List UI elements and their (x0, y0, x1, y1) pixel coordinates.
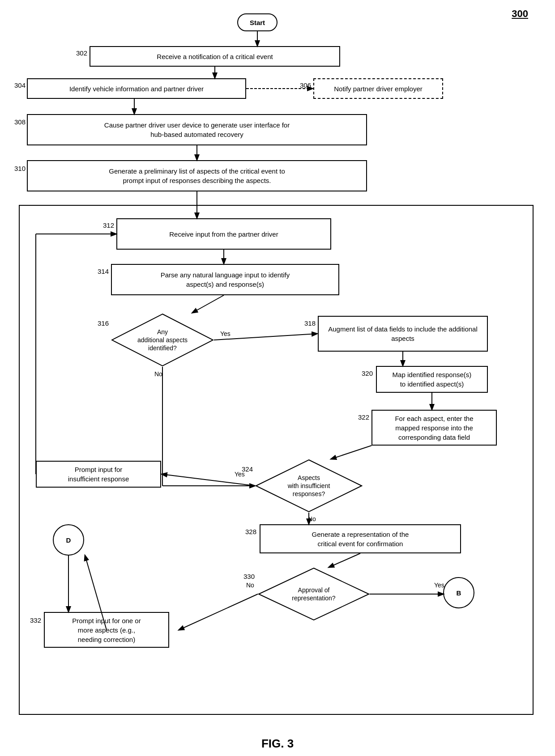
label-316: 316 (98, 319, 109, 327)
node-304: Identify vehicle information and partner… (27, 78, 246, 99)
label-yes-324: Yes (235, 471, 245, 478)
label-310: 310 (14, 165, 26, 172)
label-318: 318 (304, 319, 316, 327)
diagram-number: 300 (512, 8, 528, 20)
label-302: 302 (76, 49, 87, 57)
label-no-330: No (246, 582, 254, 589)
node-306: Notify partner driver employer (313, 78, 443, 99)
flowchart-diagram: 300 Start 302 Receive a notification of … (0, 0, 555, 756)
start-node: Start (237, 13, 278, 31)
label-306: 306 (300, 81, 311, 89)
node-322: For each aspect, enter the mapped respon… (371, 410, 497, 446)
node-330: Approval of representation? (258, 567, 370, 621)
label-332: 332 (30, 616, 41, 624)
node-312: Receive input from the partner driver (116, 218, 331, 250)
label-no-324: No (308, 515, 316, 522)
node-314: Parse any natural language input to iden… (111, 264, 339, 295)
label-314: 314 (98, 268, 109, 275)
label-308: 308 (14, 118, 26, 126)
label-yes-316: Yes (220, 330, 231, 337)
label-312: 312 (103, 221, 114, 229)
node-328: Generate a representation of the critica… (260, 524, 461, 553)
node-324: Aspects with insufficient responses? (255, 459, 363, 513)
label-328: 328 (245, 528, 256, 535)
node-318: Augment list of data fields to include t… (318, 316, 488, 352)
node-308: Cause partner driver user device to gene… (27, 114, 367, 145)
circle-d: D (53, 524, 84, 556)
label-320: 320 (362, 370, 373, 377)
label-304: 304 (14, 81, 26, 89)
label-no-316: No (154, 370, 162, 378)
node-310: Generate a preliminary list of aspects o… (27, 160, 367, 191)
label-yes-330: Yes (434, 582, 444, 589)
label-322: 322 (358, 413, 369, 421)
node-302: Receive a notification of a critical eve… (90, 46, 340, 67)
figure-title: FIG. 3 (0, 737, 555, 751)
circle-b: B (443, 577, 474, 608)
node-332: Prompt input for one or more aspects (e.… (44, 612, 169, 648)
node-326: Prompt input for insufficient response (36, 461, 161, 488)
node-316: Any additional aspects identified? (111, 313, 214, 367)
node-320: Map identified response(s) to identified… (376, 366, 488, 393)
label-330: 330 (243, 573, 255, 580)
